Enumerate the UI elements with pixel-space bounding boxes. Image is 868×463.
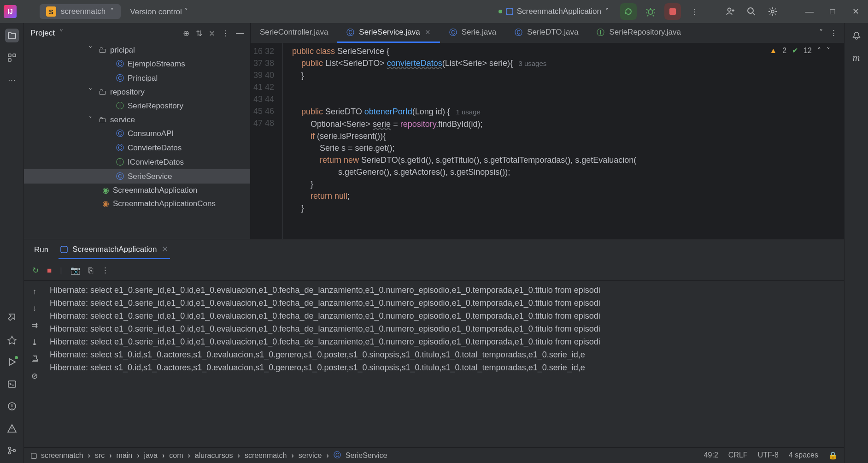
tab-serieservice[interactable]: ⒸSerieService.java✕ xyxy=(337,23,440,43)
minimize-button[interactable]: — xyxy=(801,4,818,19)
project-tree[interactable]: ˅🗀pricipal ⒸEjemploStreams ⒸPrincipal ˅🗀… xyxy=(24,43,250,239)
version-control-dropdown[interactable]: Version control ˅ xyxy=(124,5,194,19)
class-icon: Ⓒ xyxy=(334,451,341,460)
class-icon: Ⓒ xyxy=(116,73,124,83)
git-tool-button[interactable] xyxy=(5,444,19,457)
run-label: Run xyxy=(32,242,50,258)
run-tool-button[interactable] xyxy=(5,355,19,369)
chevron-down-icon: ˅ xyxy=(184,7,188,16)
folder-icon: 🗀 xyxy=(99,115,106,125)
hide-panel-button[interactable]: — xyxy=(236,29,244,38)
tab-list-button[interactable]: ˅ xyxy=(819,28,823,38)
project-panel-header: Project ˅ ⊕ ⇅ ⤬ ⋮ — xyxy=(24,23,250,43)
tree-file-serierepository[interactable]: ⒾSerieRepository xyxy=(24,99,250,113)
close-tab-button[interactable]: ✕ xyxy=(162,244,168,254)
project-selector[interactable]: S screenmatch ˅ xyxy=(40,4,121,19)
debug-button[interactable] xyxy=(642,3,659,20)
restart-icon xyxy=(624,7,633,16)
indent-config[interactable]: 4 spaces xyxy=(789,451,818,460)
svg-rect-0 xyxy=(506,8,513,15)
inspection-widget[interactable]: ▲2 ✔12 ˄ ˅ xyxy=(769,46,830,55)
prev-highlight-button[interactable]: ˄ xyxy=(817,46,821,55)
run-class-icon: ◉ xyxy=(102,199,109,208)
breadcrumb[interactable]: screenmatch src main java com aluracurso… xyxy=(41,451,387,460)
tab-serie[interactable]: ⒸSerie.java xyxy=(440,23,506,43)
tab-serierepository[interactable]: ⒾSerieRepository.java xyxy=(587,23,690,43)
line-separator[interactable]: CRLF xyxy=(728,451,748,460)
tree-file-ejemplostreams[interactable]: ⒸEjemploStreams xyxy=(24,57,250,71)
svg-point-12 xyxy=(13,450,15,452)
warning-icon: ▲ xyxy=(769,47,777,55)
clear-button[interactable]: ⊘ xyxy=(31,371,38,381)
tree-file-consumoapi[interactable]: ⒸConsumoAPI xyxy=(24,126,250,141)
close-button[interactable]: ✕ xyxy=(847,4,864,19)
tab-seriedto[interactable]: ⒸSerieDTO.java xyxy=(505,23,587,43)
close-tab-button[interactable]: ✕ xyxy=(425,28,431,36)
panel-options-button[interactable]: ⋮ xyxy=(222,29,229,38)
maximize-button[interactable]: □ xyxy=(824,4,841,19)
more-tools-button[interactable]: ⋯ xyxy=(5,73,19,87)
menu-button[interactable] xyxy=(20,4,36,19)
tree-file-screenmatchapp[interactable]: ◉ScreenmatchApplication xyxy=(24,184,250,197)
titlebar: IJ S screenmatch ˅ Version control ˅ Scr… xyxy=(0,0,868,23)
terminal-tool-button[interactable] xyxy=(5,377,19,391)
code-editor[interactable]: ▲2 ✔12 ˄ ˅ 16 32 37 38 39 40 41 42 43 44… xyxy=(251,43,844,239)
more-button[interactable]: ⋮ xyxy=(101,266,109,275)
spring-icon xyxy=(60,246,68,253)
code-content[interactable]: public class SerieService { public List<… xyxy=(283,43,844,239)
readonly-toggle[interactable]: 🔒 xyxy=(828,451,838,460)
select-opened-file-button[interactable]: ⊕ xyxy=(183,29,189,38)
run-toolbar: ↻ ■ | 📷 ⎘ ⋮ xyxy=(24,261,844,281)
warning-tool-button[interactable] xyxy=(5,421,19,435)
problems-tool-button[interactable] xyxy=(5,399,19,413)
scroll-down-button[interactable]: ↓ xyxy=(33,304,37,313)
exit-button[interactable]: ⎘ xyxy=(88,266,93,275)
project-panel: Project ˅ ⊕ ⇅ ⤬ ⋮ — ˅🗀pricipal ⒸEjemploS… xyxy=(24,23,251,239)
search-icon xyxy=(746,6,757,17)
bookmarks-tool-button[interactable] xyxy=(5,333,19,347)
run-configuration-selector[interactable]: ScreenmatchApplication ˅ xyxy=(493,5,615,18)
search-button[interactable] xyxy=(744,4,759,19)
maven-button[interactable]: m xyxy=(850,51,863,65)
class-icon: Ⓒ xyxy=(515,27,522,38)
more-actions-button[interactable]: ⋮ xyxy=(686,4,702,19)
screenshot-button[interactable]: 📷 xyxy=(70,266,80,275)
tree-file-screenmatchappconsole[interactable]: ◉ScreenmatchApplicationCons xyxy=(24,197,250,210)
rerun-button[interactable]: ↻ xyxy=(32,266,39,275)
tree-file-iconviertedatos[interactable]: ⒾIConvierteDatos xyxy=(24,155,250,169)
stop-button[interactable]: ■ xyxy=(47,266,52,275)
collapse-all-button[interactable]: ⤬ xyxy=(209,29,215,38)
build-tool-button[interactable] xyxy=(5,311,19,325)
scroll-up-button[interactable]: ↑ xyxy=(33,287,37,297)
spring-icon xyxy=(506,8,513,15)
tree-folder-repository[interactable]: ˅🗀repository xyxy=(24,85,250,99)
tree-folder-principal[interactable]: ˅🗀pricipal xyxy=(24,43,250,57)
settings-button[interactable] xyxy=(765,4,780,19)
tab-seriecontroller[interactable]: SerieController.java xyxy=(251,23,337,43)
structure-tool-button[interactable] xyxy=(5,51,19,65)
chevron-down-icon[interactable]: ˅ xyxy=(59,29,64,38)
next-highlight-button[interactable]: ˅ xyxy=(827,46,830,55)
interface-icon: Ⓘ xyxy=(597,27,604,38)
expand-all-button[interactable]: ⇅ xyxy=(196,29,202,38)
soft-wrap-button[interactable]: ⇉ xyxy=(31,321,38,330)
scroll-to-end-button[interactable]: ⤓ xyxy=(31,338,38,347)
rerun-button[interactable] xyxy=(620,3,637,20)
stop-button[interactable] xyxy=(664,3,681,20)
tree-file-principal[interactable]: ⒸPrincipal xyxy=(24,71,250,85)
console-output[interactable]: Hibernate: select e1_0.serie_id,e1_0.id,… xyxy=(45,281,844,447)
code-with-me-button[interactable] xyxy=(722,4,738,19)
tree-file-conviertedatos[interactable]: ⒸConvierteDatos xyxy=(24,141,250,155)
notifications-button[interactable] xyxy=(850,29,863,42)
spring-run-icon: ◉ xyxy=(102,185,109,195)
project-tool-button[interactable] xyxy=(5,29,19,42)
tree-file-serieservice[interactable]: ⒸSerieService xyxy=(24,169,250,184)
run-tab-app[interactable]: ScreenmatchApplication ✕ xyxy=(59,241,170,259)
tree-folder-service[interactable]: ˅🗀service xyxy=(24,113,250,126)
print-button[interactable]: 🖶 xyxy=(31,355,39,364)
module-icon: ▢ xyxy=(30,451,37,460)
gutter: 16 32 37 38 39 40 41 42 43 44 45 46 47 4… xyxy=(251,43,283,239)
caret-position[interactable]: 49:2 xyxy=(704,451,718,460)
file-encoding[interactable]: UTF-8 xyxy=(758,451,779,460)
tab-options-button[interactable]: ⋮ xyxy=(830,28,838,38)
